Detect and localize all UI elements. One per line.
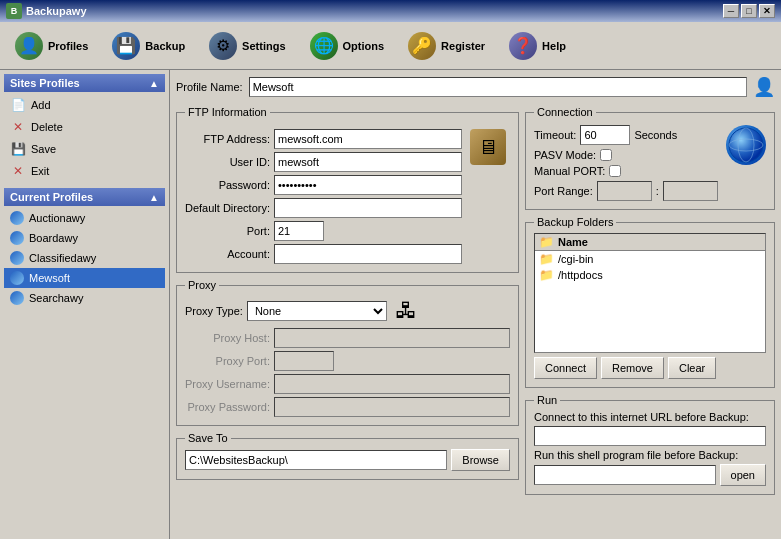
ftp-address-input[interactable]: [274, 129, 462, 149]
save-to-input[interactable]: [185, 450, 447, 470]
collapse-sites-icon: ▲: [149, 78, 159, 89]
run-row: Connect to this internet URL before Back…: [534, 411, 766, 486]
save-icon: 💾: [10, 141, 26, 157]
register-icon: 🔑: [408, 32, 436, 60]
backup-icon: 💾: [112, 32, 140, 60]
profile-boardawy[interactable]: Boardawy: [4, 228, 165, 248]
app-icon: B: [6, 3, 22, 19]
menu-settings[interactable]: ⚙ Settings: [198, 26, 296, 66]
open-button[interactable]: open: [720, 464, 766, 486]
port-range-separator: :: [656, 185, 659, 197]
save-to-panel-title: Save To: [185, 432, 231, 444]
profile-name-input[interactable]: [249, 77, 747, 97]
current-profiles-header[interactable]: Current Profiles ▲: [4, 188, 165, 206]
cgi-bin-folder-icon: 📁: [539, 252, 554, 266]
profile-globe-icon: [10, 271, 24, 285]
profile-searchawy[interactable]: Searchawy: [4, 288, 165, 308]
proxy-content: Proxy Type: None HTTP SOCKS4 SOCKS5 🖧 Pr…: [185, 298, 510, 417]
ftp-icon-area: 🖥: [466, 125, 510, 169]
nav-exit[interactable]: ✕ Exit: [4, 160, 165, 182]
profile-classifiedawy[interactable]: Classifiedawy: [4, 248, 165, 268]
timeout-input[interactable]: [580, 125, 630, 145]
run-connect-input[interactable]: [534, 426, 766, 446]
help-icon: ❓: [509, 32, 537, 60]
menu-options[interactable]: 🌐 Options: [299, 26, 396, 66]
ftp-panel-title: FTP Information: [185, 106, 270, 118]
delete-icon: ✕: [10, 119, 26, 135]
profile-mewsoft[interactable]: Mewsoft: [4, 268, 165, 288]
minimize-button[interactable]: ─: [723, 4, 739, 18]
sites-profiles-header[interactable]: Sites Profiles ▲: [4, 74, 165, 92]
menu-register-label: Register: [441, 40, 485, 52]
menu-bar: 👤 Profiles 💾 Backup ⚙ Settings 🌐 Options…: [0, 22, 781, 70]
ftp-grid: FTP Address: User ID: Password: Default …: [185, 129, 462, 264]
proxy-host-input: [274, 328, 510, 348]
ftp-panel: FTP Information FTP Address: User ID: Pa…: [176, 112, 519, 273]
proxy-password-label: Proxy Password:: [185, 401, 270, 413]
httpdocs-folder-icon: 📁: [539, 268, 554, 282]
profile-mewsoft-label: Mewsoft: [29, 272, 70, 284]
port-range-start[interactable]: [597, 181, 652, 201]
password-input[interactable]: [274, 175, 462, 195]
clear-button[interactable]: Clear: [668, 357, 716, 379]
proxy-port-label: Proxy Port:: [185, 355, 270, 367]
proxy-port-input: [274, 351, 334, 371]
run-shell-row: open: [534, 464, 766, 486]
proxy-type-label: Proxy Type:: [185, 305, 243, 317]
main-content: Sites Profiles ▲ 📄 Add ✕ Delete 💾 Save ✕…: [0, 70, 781, 539]
run-panel: Run Connect to this internet URL before …: [525, 400, 775, 495]
port-input[interactable]: [274, 221, 324, 241]
proxy-password-input: [274, 397, 510, 417]
pasv-row: PASV Mode:: [534, 149, 718, 161]
timeout-row: Timeout: Seconds: [534, 125, 718, 145]
timeout-label: Timeout:: [534, 129, 576, 141]
pasv-checkbox[interactable]: [600, 149, 612, 161]
profile-name-label: Profile Name:: [176, 81, 243, 93]
nav-add[interactable]: 📄 Add: [4, 94, 165, 116]
manual-port-checkbox[interactable]: [609, 165, 621, 177]
maximize-button[interactable]: □: [741, 4, 757, 18]
two-col-layout: FTP Information FTP Address: User ID: Pa…: [176, 104, 775, 495]
menu-help[interactable]: ❓ Help: [498, 26, 577, 66]
menu-register[interactable]: 🔑 Register: [397, 26, 496, 66]
backup-item-cgi-bin[interactable]: 📁 /cgi-bin: [535, 251, 765, 267]
manual-port-label: Manual PORT:: [534, 165, 605, 177]
user-id-input[interactable]: [274, 152, 462, 172]
close-button[interactable]: ✕: [759, 4, 775, 18]
run-panel-title: Run: [534, 394, 560, 406]
nav-save-label: Save: [31, 143, 56, 155]
backup-item-httpdocs[interactable]: 📁 /httpdocs: [535, 267, 765, 283]
save-to-panel: Save To Browse: [176, 438, 519, 480]
network-computers-icon: 🖧: [395, 298, 417, 324]
nav-delete[interactable]: ✕ Delete: [4, 116, 165, 138]
proxy-type-select[interactable]: None HTTP SOCKS4 SOCKS5: [247, 301, 387, 321]
connect-button[interactable]: Connect: [534, 357, 597, 379]
proxy-panel-title: Proxy: [185, 279, 219, 291]
window-controls: ─ □ ✕: [723, 4, 775, 18]
server-icon: 🖥: [470, 129, 506, 165]
port-range-end[interactable]: [663, 181, 718, 201]
proxy-username-label: Proxy Username:: [185, 378, 270, 390]
profile-classifiedawy-label: Classifiedawy: [29, 252, 96, 264]
profile-auctionawy[interactable]: Auctionawy: [4, 208, 165, 228]
account-input[interactable]: [274, 244, 462, 264]
name-column-header: Name: [558, 236, 588, 248]
nav-save[interactable]: 💾 Save: [4, 138, 165, 160]
backup-listbox[interactable]: 📁 Name 📁 /cgi-bin 📁 /httpdocs: [534, 233, 766, 353]
menu-help-label: Help: [542, 40, 566, 52]
add-icon: 📄: [10, 97, 26, 113]
run-shell-input[interactable]: [534, 465, 716, 485]
menu-backup[interactable]: 💾 Backup: [101, 26, 196, 66]
menu-profiles[interactable]: 👤 Profiles: [4, 26, 99, 66]
remove-button[interactable]: Remove: [601, 357, 664, 379]
settings-icon: ⚙: [209, 32, 237, 60]
browse-button[interactable]: Browse: [451, 449, 510, 471]
default-dir-input[interactable]: [274, 198, 462, 218]
folder-header-icon: 📁: [539, 235, 554, 249]
proxy-host-label: Proxy Host:: [185, 332, 270, 344]
proxy-username-input: [274, 374, 510, 394]
title-bar: B Backupawy ─ □ ✕: [0, 0, 781, 22]
profile-globe-icon: [10, 291, 24, 305]
profile-boardawy-label: Boardawy: [29, 232, 78, 244]
save-to-row: Browse: [185, 449, 510, 471]
